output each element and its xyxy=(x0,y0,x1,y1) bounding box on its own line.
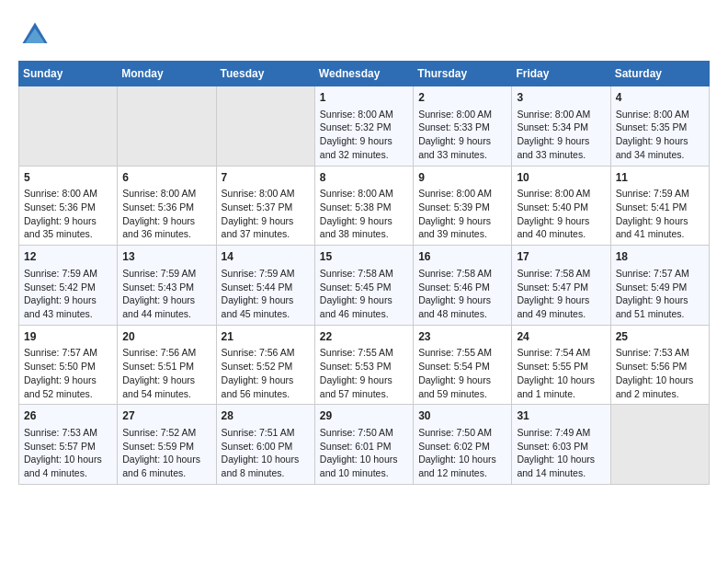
daylight: Daylight: 9 hours and 56 minutes. xyxy=(222,374,294,399)
day-number: 12 xyxy=(24,249,112,265)
day-number: 28 xyxy=(222,408,310,424)
calendar-cell: 31Sunrise: 7:49 AMSunset: 6:03 PMDayligh… xyxy=(512,405,610,485)
sunset: Sunset: 5:53 PM xyxy=(320,361,392,372)
sunrise: Sunrise: 7:52 AM xyxy=(122,427,196,438)
sunset: Sunset: 5:39 PM xyxy=(418,201,490,213)
calendar-cell: 20Sunrise: 7:56 AMSunset: 5:51 PMDayligh… xyxy=(118,325,216,405)
daylight: Daylight: 9 hours and 51 minutes. xyxy=(616,294,688,319)
calendar-cell: 15Sunrise: 7:58 AMSunset: 5:45 PMDayligh… xyxy=(314,246,413,326)
day-number: 6 xyxy=(122,170,210,186)
sunrise: Sunrise: 7:59 AM xyxy=(122,268,196,279)
sunset: Sunset: 5:36 PM xyxy=(24,201,96,213)
daylight: Daylight: 9 hours and 45 minutes. xyxy=(222,294,294,319)
day-number: 4 xyxy=(616,90,704,106)
day-number: 1 xyxy=(320,90,408,106)
calendar-cell: 8Sunrise: 8:00 AMSunset: 5:38 PMDaylight… xyxy=(314,166,413,246)
sunrise: Sunrise: 7:51 AM xyxy=(222,427,295,438)
day-number: 8 xyxy=(320,170,408,186)
calendar-header: SundayMondayTuesdayWednesdayThursdayFrid… xyxy=(19,62,710,86)
calendar-cell: 24Sunrise: 7:54 AMSunset: 5:55 PMDayligh… xyxy=(512,325,610,405)
calendar-cell: 26Sunrise: 7:53 AMSunset: 5:57 PMDayligh… xyxy=(19,405,118,485)
calendar-cell: 3Sunrise: 8:00 AMSunset: 5:34 PMDaylight… xyxy=(512,86,610,167)
calendar-cell: 22Sunrise: 7:55 AMSunset: 5:53 PMDayligh… xyxy=(314,325,413,405)
calendar-cell: 21Sunrise: 7:56 AMSunset: 5:52 PMDayligh… xyxy=(216,325,314,405)
sunrise: Sunrise: 7:55 AM xyxy=(418,347,492,358)
day-header: Sunday xyxy=(19,62,118,86)
daylight: Daylight: 10 hours and 14 minutes. xyxy=(517,454,595,478)
day-number: 21 xyxy=(222,329,310,345)
daylight: Daylight: 9 hours and 33 minutes. xyxy=(418,135,491,160)
sunset: Sunset: 6:01 PM xyxy=(320,441,392,452)
day-number: 27 xyxy=(122,408,210,424)
day-number: 5 xyxy=(24,170,112,186)
calendar-table: SundayMondayTuesdayWednesdayThursdayFrid… xyxy=(18,61,710,485)
day-number: 30 xyxy=(418,408,506,424)
sunset: Sunset: 5:51 PM xyxy=(122,361,194,372)
sunset: Sunset: 6:02 PM xyxy=(418,441,490,452)
day-number: 17 xyxy=(517,249,605,265)
calendar-week-row: 26Sunrise: 7:53 AMSunset: 5:57 PMDayligh… xyxy=(19,405,710,485)
sunset: Sunset: 5:57 PM xyxy=(24,441,96,452)
sunset: Sunset: 5:35 PM xyxy=(616,121,688,132)
day-number: 23 xyxy=(418,329,506,345)
daylight: Daylight: 9 hours and 57 minutes. xyxy=(320,374,392,399)
logo-icon xyxy=(18,18,51,52)
daylight: Daylight: 10 hours and 1 minute. xyxy=(517,374,595,399)
daylight: Daylight: 9 hours and 48 minutes. xyxy=(418,294,491,319)
day-header: Tuesday xyxy=(216,62,314,86)
calendar-cell xyxy=(216,86,314,167)
sunset: Sunset: 5:56 PM xyxy=(616,361,688,372)
day-number: 20 xyxy=(122,329,210,345)
sunset: Sunset: 6:03 PM xyxy=(517,441,588,452)
day-number: 31 xyxy=(517,408,605,424)
sunrise: Sunrise: 8:00 AM xyxy=(320,109,393,120)
day-number: 18 xyxy=(616,249,704,265)
daylight: Daylight: 9 hours and 37 minutes. xyxy=(222,215,294,240)
sunset: Sunset: 5:45 PM xyxy=(320,282,392,293)
calendar-cell: 4Sunrise: 8:00 AMSunset: 5:35 PMDaylight… xyxy=(610,86,709,167)
daylight: Daylight: 9 hours and 33 minutes. xyxy=(517,135,589,160)
sunset: Sunset: 5:59 PM xyxy=(122,441,194,452)
calendar-cell: 11Sunrise: 7:59 AMSunset: 5:41 PMDayligh… xyxy=(610,166,709,246)
calendar-cell xyxy=(118,86,216,167)
daylight: Daylight: 9 hours and 46 minutes. xyxy=(320,294,392,319)
daylight: Daylight: 9 hours and 36 minutes. xyxy=(122,215,195,240)
daylight: Daylight: 9 hours and 43 minutes. xyxy=(24,294,97,319)
calendar-cell: 2Sunrise: 8:00 AMSunset: 5:33 PMDaylight… xyxy=(414,86,512,167)
daylight: Daylight: 9 hours and 54 minutes. xyxy=(122,374,195,399)
sunrise: Sunrise: 8:00 AM xyxy=(418,109,492,120)
daylight: Daylight: 10 hours and 10 minutes. xyxy=(320,454,398,478)
sunset: Sunset: 5:43 PM xyxy=(122,282,194,293)
day-number: 26 xyxy=(24,408,112,424)
sunset: Sunset: 5:44 PM xyxy=(222,282,293,293)
sunset: Sunset: 5:41 PM xyxy=(616,201,688,213)
day-header: Monday xyxy=(118,62,216,86)
day-header: Saturday xyxy=(610,62,709,86)
calendar-cell: 9Sunrise: 8:00 AMSunset: 5:39 PMDaylight… xyxy=(414,166,512,246)
sunset: Sunset: 5:36 PM xyxy=(122,201,194,213)
day-number: 16 xyxy=(418,249,506,265)
sunrise: Sunrise: 7:56 AM xyxy=(222,347,295,358)
daylight: Daylight: 10 hours and 4 minutes. xyxy=(24,454,102,478)
calendar-cell: 25Sunrise: 7:53 AMSunset: 5:56 PMDayligh… xyxy=(610,325,709,405)
sunrise: Sunrise: 7:56 AM xyxy=(122,347,196,358)
sunrise: Sunrise: 7:57 AM xyxy=(616,268,689,279)
day-number: 10 xyxy=(517,170,605,186)
day-number: 3 xyxy=(517,90,605,106)
day-number: 9 xyxy=(418,170,506,186)
sunset: Sunset: 5:52 PM xyxy=(222,361,293,372)
sunrise: Sunrise: 7:53 AM xyxy=(616,347,689,358)
sunrise: Sunrise: 8:00 AM xyxy=(24,188,97,199)
day-number: 22 xyxy=(320,329,408,345)
sunrise: Sunrise: 7:50 AM xyxy=(320,427,393,438)
day-number: 2 xyxy=(418,90,506,106)
day-number: 24 xyxy=(517,329,605,345)
day-number: 25 xyxy=(616,329,704,345)
sunset: Sunset: 5:42 PM xyxy=(24,282,96,293)
calendar-cell: 1Sunrise: 8:00 AMSunset: 5:32 PMDaylight… xyxy=(314,86,413,167)
sunrise: Sunrise: 7:49 AM xyxy=(517,427,590,438)
day-number: 13 xyxy=(122,249,210,265)
sunrise: Sunrise: 7:55 AM xyxy=(320,347,393,358)
sunset: Sunset: 5:55 PM xyxy=(517,361,588,372)
sunrise: Sunrise: 7:59 AM xyxy=(24,268,97,279)
